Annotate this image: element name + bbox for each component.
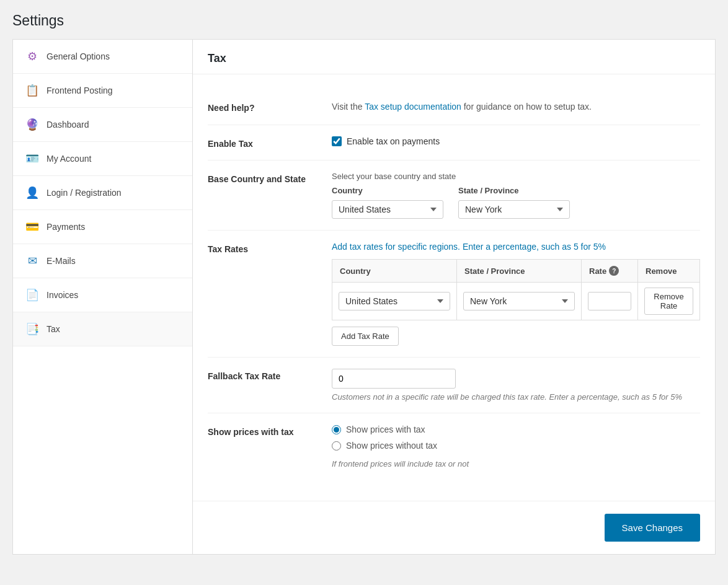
rate-label: Rate bbox=[589, 266, 606, 276]
tax-setup-link[interactable]: Tax setup documentation bbox=[365, 102, 461, 112]
sidebar-item-label: E-Mails bbox=[47, 256, 76, 266]
row-rate-input[interactable] bbox=[588, 292, 631, 310]
show-prices-control: Show prices with tax Show prices without… bbox=[332, 424, 700, 468]
dashboard-icon: 🔮 bbox=[25, 118, 39, 131]
enable-tax-label: Enable Tax bbox=[208, 136, 332, 149]
tax-rates-intro: Add tax rates for specific regions. Ente… bbox=[332, 242, 700, 252]
enable-tax-checkbox-row: Enable tax on payments bbox=[332, 136, 700, 146]
show-prices-with-tax-radio[interactable] bbox=[332, 425, 341, 434]
row-state-cell: New York California Texas bbox=[457, 283, 582, 320]
fallback-tax-label: Fallback Tax Rate bbox=[208, 369, 332, 381]
invoices-icon: 📄 bbox=[25, 288, 39, 302]
need-help-label: Need help? bbox=[208, 100, 332, 113]
sidebar: ⚙ General Options 📋 Frontend Posting 🔮 D… bbox=[12, 39, 192, 555]
section-title: Tax bbox=[208, 52, 700, 65]
form-body: Need help? Visit the Tax setup documenta… bbox=[193, 74, 715, 495]
show-prices-row: Show prices with tax Show prices with ta… bbox=[208, 413, 700, 480]
sidebar-item-invoices[interactable]: 📄 Invoices bbox=[13, 278, 192, 312]
footer-bar: Save Changes bbox=[193, 501, 715, 554]
frontend-icon: 📋 bbox=[25, 84, 39, 97]
col-remove: Remove bbox=[638, 260, 700, 283]
col-state: State / Province bbox=[457, 260, 582, 283]
sidebar-item-frontend-posting[interactable]: 📋 Frontend Posting bbox=[13, 74, 192, 108]
sidebar-item-emails[interactable]: ✉ E-Mails bbox=[13, 244, 192, 278]
tax-rates-intro-highlight: 5 for 5% bbox=[574, 242, 606, 252]
section-header: Tax bbox=[193, 40, 715, 74]
enable-tax-checkbox-label[interactable]: Enable tax on payments bbox=[347, 136, 440, 146]
remove-rate-button[interactable]: Remove Rate bbox=[644, 288, 693, 315]
tax-icon: 📑 bbox=[25, 322, 39, 336]
show-prices-without-tax-radio[interactable] bbox=[332, 441, 341, 451]
show-prices-label: Show prices with tax bbox=[208, 424, 332, 437]
page-wrapper: Settings ⚙ General Options 📋 Frontend Po… bbox=[0, 0, 728, 567]
tax-rates-label: Tax Rates bbox=[208, 242, 332, 254]
gear-icon: ⚙ bbox=[25, 50, 39, 63]
sidebar-item-label: Payments bbox=[47, 222, 85, 232]
row-rate-cell bbox=[582, 283, 638, 320]
enable-tax-control: Enable tax on payments bbox=[332, 136, 700, 146]
show-prices-radio-group: Show prices with tax Show prices without… bbox=[332, 424, 700, 468]
sidebar-item-label: Dashboard bbox=[47, 120, 89, 130]
state-field-group: State / Province New York California Tex… bbox=[458, 186, 570, 219]
row-remove-cell: Remove Rate bbox=[638, 283, 700, 320]
rate-help-icon: ? bbox=[609, 266, 619, 276]
base-state-select[interactable]: New York California Texas Florida bbox=[458, 200, 570, 219]
sidebar-item-label: General Options bbox=[47, 51, 110, 61]
sidebar-item-label: Invoices bbox=[47, 290, 78, 300]
country-label: Country bbox=[332, 186, 443, 195]
fallback-tax-hint: Customers not in a specific rate will be… bbox=[332, 392, 700, 402]
sidebar-item-my-account[interactable]: 🪪 My Account bbox=[13, 142, 192, 176]
save-changes-button[interactable]: Save Changes bbox=[605, 514, 700, 542]
col-rate: Rate ? bbox=[582, 260, 638, 283]
base-country-sublabel: Select your base country and state bbox=[332, 172, 700, 181]
sidebar-item-label: Tax bbox=[47, 324, 60, 334]
sidebar-item-login-registration[interactable]: 👤 Login / Registration bbox=[13, 176, 192, 210]
show-prices-without-tax-row: Show prices without tax bbox=[332, 441, 700, 451]
page-title: Settings bbox=[12, 12, 716, 29]
payments-icon: 💳 bbox=[25, 220, 39, 234]
sidebar-item-label: My Account bbox=[47, 154, 91, 164]
tax-rates-header-row: Country State / Province Rate ? Remove bbox=[332, 260, 700, 283]
fallback-tax-input[interactable] bbox=[332, 369, 456, 389]
need-help-content: Visit the Tax setup documentation for gu… bbox=[332, 100, 700, 113]
sidebar-item-dashboard[interactable]: 🔮 Dashboard bbox=[13, 108, 192, 142]
emails-icon: ✉ bbox=[25, 254, 39, 268]
show-prices-without-tax-label[interactable]: Show prices without tax bbox=[346, 441, 437, 451]
row-country-cell: United States Canada United Kingdom bbox=[332, 283, 457, 320]
tax-rates-table: Country State / Province Rate ? Remove bbox=[332, 259, 700, 320]
country-field-group: Country United States Canada United King… bbox=[332, 186, 443, 219]
sidebar-item-payments[interactable]: 💳 Payments bbox=[13, 210, 192, 244]
show-prices-with-tax-row: Show prices with tax bbox=[332, 424, 700, 434]
base-country-state-control: Select your base country and state Count… bbox=[332, 172, 700, 219]
tax-rates-row: Tax Rates Add tax rates for specific reg… bbox=[208, 231, 700, 358]
sidebar-item-label: Frontend Posting bbox=[47, 86, 113, 95]
show-prices-with-tax-label[interactable]: Show prices with tax bbox=[346, 424, 425, 434]
base-country-state-label: Base Country and State bbox=[208, 172, 332, 184]
enable-tax-checkbox[interactable] bbox=[332, 136, 342, 146]
tax-rates-control: Add tax rates for specific regions. Ente… bbox=[332, 242, 700, 346]
col-country: Country bbox=[332, 260, 457, 283]
tax-rates-intro-before: Add tax rates for specific regions. Ente… bbox=[332, 242, 574, 252]
fallback-tax-control: Customers not in a specific rate will be… bbox=[332, 369, 700, 402]
add-tax-rate-button[interactable]: Add Tax Rate bbox=[332, 327, 399, 346]
sidebar-item-label: Login / Registration bbox=[47, 188, 122, 198]
table-row: United States Canada United Kingdom New … bbox=[332, 283, 700, 320]
need-help-row: Need help? Visit the Tax setup documenta… bbox=[208, 89, 700, 125]
row-country-select[interactable]: United States Canada United Kingdom bbox=[339, 292, 450, 310]
enable-tax-row: Enable Tax Enable tax on payments bbox=[208, 125, 700, 161]
login-icon: 👤 bbox=[25, 186, 39, 200]
main-content: Tax Need help? Visit the Tax setup docum… bbox=[192, 39, 716, 555]
show-prices-hint: If frontend prices will include tax or n… bbox=[332, 459, 700, 468]
sidebar-item-tax[interactable]: 📑 Tax bbox=[13, 312, 192, 346]
sidebar-item-general-options[interactable]: ⚙ General Options bbox=[13, 40, 192, 74]
fallback-tax-rate-row: Fallback Tax Rate Customers not in a spe… bbox=[208, 358, 700, 413]
base-country-state-row: Base Country and State Select your base … bbox=[208, 161, 700, 231]
state-label: State / Province bbox=[458, 186, 570, 195]
layout: ⚙ General Options 📋 Frontend Posting 🔮 D… bbox=[12, 39, 716, 555]
base-country-select[interactable]: United States Canada United Kingdom Aust… bbox=[332, 200, 443, 219]
row-state-select[interactable]: New York California Texas bbox=[463, 292, 575, 310]
help-text-before: Visit the bbox=[332, 102, 365, 112]
help-text-after: for guidance on how to setup tax. bbox=[461, 102, 592, 112]
account-icon: 🪪 bbox=[25, 152, 39, 165]
country-state-grid: Country United States Canada United King… bbox=[332, 186, 700, 219]
